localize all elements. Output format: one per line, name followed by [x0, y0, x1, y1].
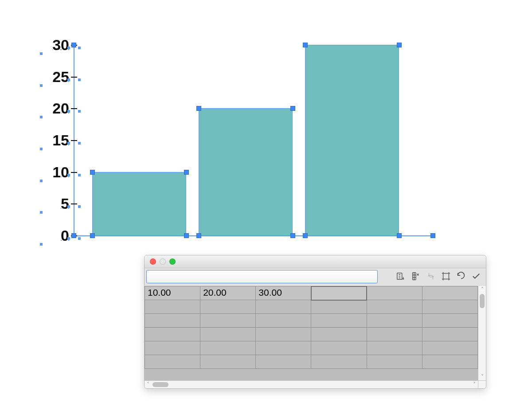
axis-handle[interactable] — [71, 233, 76, 238]
y-tick-25 — [71, 77, 77, 78]
cell-r5c4[interactable] — [367, 355, 422, 369]
selection-handle[interactable] — [290, 233, 295, 238]
cell-style-icon[interactable] — [441, 271, 451, 282]
cell-r4c2[interactable] — [256, 341, 311, 355]
cell-r5c5[interactable] — [422, 355, 477, 369]
swap-axes-icon[interactable] — [426, 271, 436, 282]
axis-handle[interactable] — [430, 233, 435, 238]
apply-icon[interactable] — [471, 271, 481, 282]
cell-r2c1[interactable] — [200, 314, 256, 328]
label-handle[interactable] — [40, 116, 43, 118]
scroll-right-icon[interactable]: ˃ — [472, 382, 477, 387]
cell-r5c0[interactable] — [145, 355, 200, 369]
label-handle[interactable] — [40, 148, 43, 150]
window-minimize-button[interactable] — [160, 258, 166, 265]
tick-handle[interactable] — [78, 142, 81, 145]
cell-r3c4[interactable] — [367, 328, 422, 341]
cell-r5c2[interactable] — [256, 355, 311, 369]
tick-handle[interactable] — [67, 78, 70, 81]
vertical-scrollbar[interactable]: ˄ ˅ — [478, 286, 486, 380]
y-tick-label-10: 10 — [40, 164, 69, 180]
tick-handle[interactable] — [78, 47, 81, 49]
cell-r3c2[interactable] — [256, 328, 311, 341]
cell-r2c4[interactable] — [367, 314, 422, 328]
tick-handle[interactable] — [67, 47, 70, 49]
cell-r2c3[interactable] — [311, 314, 367, 328]
cell-r4c5[interactable] — [422, 341, 477, 355]
label-handle[interactable] — [40, 211, 43, 214]
cell-r2c5[interactable] — [422, 314, 477, 328]
cell-r3c1[interactable] — [200, 328, 256, 341]
tick-handle[interactable] — [67, 174, 70, 176]
cell-r1c1[interactable] — [200, 300, 256, 314]
scroll-thumb[interactable] — [153, 382, 168, 387]
tick-handle[interactable] — [67, 237, 70, 240]
tick-handle[interactable] — [78, 174, 81, 176]
cell-r5c1[interactable] — [200, 355, 256, 369]
window-titlebar[interactable] — [145, 255, 486, 268]
cell-r1c2[interactable] — [256, 300, 311, 314]
selection-handle[interactable] — [184, 170, 189, 175]
bar-3[interactable] — [305, 45, 399, 236]
cell-r1c3[interactable] — [311, 300, 367, 314]
label-handle[interactable] — [40, 180, 43, 182]
cell-r1c4[interactable] — [367, 300, 422, 314]
selection-handle[interactable] — [290, 106, 295, 111]
cell-r3c0[interactable] — [145, 328, 200, 341]
window-close-button[interactable] — [150, 258, 156, 265]
cell-r3c3[interactable] — [311, 328, 367, 341]
import-data-icon[interactable] — [395, 271, 406, 282]
selection-handle[interactable] — [397, 43, 402, 47]
cell-r2c2[interactable] — [256, 314, 311, 328]
cell-r4c0[interactable] — [145, 341, 200, 355]
cell-r0c3[interactable] — [311, 286, 367, 300]
selection-handle[interactable] — [196, 106, 201, 111]
cell-r1c0[interactable] — [145, 300, 200, 314]
tick-handle[interactable] — [67, 110, 70, 113]
selection-handle[interactable] — [397, 233, 402, 238]
scroll-thumb[interactable] — [480, 294, 485, 308]
data-grid[interactable]: 10.00 20.00 30.00 — [145, 286, 478, 380]
tick-handle[interactable] — [78, 237, 81, 240]
selection-handle[interactable] — [90, 233, 95, 238]
horizontal-scrollbar[interactable]: ˂ ˃ — [145, 380, 478, 388]
selection-handle[interactable] — [184, 233, 189, 238]
cell-r0c4[interactable] — [367, 286, 422, 300]
selection-handle[interactable] — [303, 233, 308, 238]
chart-data-window[interactable]: 10.00 20.00 30.00 ˄ — [144, 255, 486, 389]
tick-handle[interactable] — [78, 110, 81, 113]
cell-r2c0[interactable] — [145, 314, 200, 328]
label-handle[interactable] — [40, 84, 43, 87]
cell-r0c5[interactable] — [422, 286, 477, 300]
chart-canvas[interactable]: 0 5 10 15 20 25 30 — [40, 42, 439, 237]
cell-r3c5[interactable] — [422, 328, 477, 341]
cell-r0c1[interactable]: 20.00 — [200, 286, 256, 300]
revert-icon[interactable] — [456, 271, 466, 282]
selection-handle[interactable] — [90, 170, 95, 175]
tick-handle[interactable] — [67, 205, 70, 208]
scroll-up-icon[interactable]: ˄ — [480, 287, 485, 292]
cell-r0c2[interactable]: 30.00 — [256, 286, 311, 300]
tick-handle[interactable] — [67, 142, 70, 145]
axis-handle[interactable] — [71, 43, 76, 47]
y-tick-10 — [71, 172, 77, 173]
cell-entry-field[interactable] — [146, 270, 378, 283]
cell-r1c5[interactable] — [422, 300, 477, 314]
scroll-down-icon[interactable]: ˅ — [480, 374, 485, 380]
tick-handle[interactable] — [78, 205, 81, 208]
window-zoom-button[interactable] — [169, 258, 176, 265]
transpose-icon[interactable] — [411, 271, 421, 282]
cell-r5c3[interactable] — [311, 355, 367, 369]
scroll-left-icon[interactable]: ˂ — [145, 382, 151, 387]
label-handle[interactable] — [40, 243, 43, 246]
cell-r4c4[interactable] — [367, 341, 422, 355]
selection-handle[interactable] — [196, 233, 201, 238]
bar-2[interactable] — [199, 108, 293, 236]
tick-handle[interactable] — [78, 78, 81, 81]
cell-r4c1[interactable] — [200, 341, 256, 355]
cell-r4c3[interactable] — [311, 341, 367, 355]
label-handle[interactable] — [40, 52, 43, 55]
cell-r0c0[interactable]: 10.00 — [145, 286, 200, 300]
bar-1[interactable] — [92, 172, 186, 236]
selection-handle[interactable] — [303, 43, 308, 47]
